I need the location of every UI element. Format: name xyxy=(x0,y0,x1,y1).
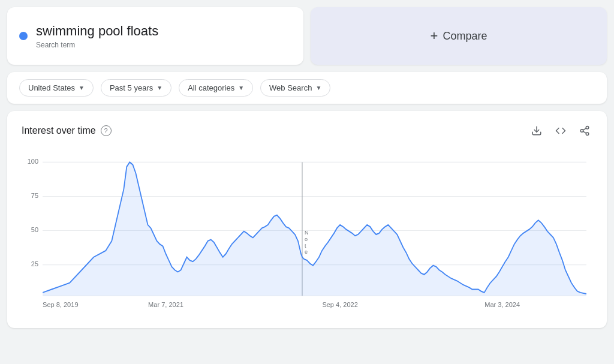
x-label-mar2021: Mar 7, 2021 xyxy=(148,300,183,308)
filter-region-label: United States xyxy=(28,83,75,92)
chevron-down-icon: ▼ xyxy=(238,85,244,91)
interest-over-time-chart: 100 75 50 25 N o t e xyxy=(22,151,592,318)
filter-search-type-label: Web Search xyxy=(269,83,312,92)
share-button[interactable] xyxy=(577,123,592,139)
filter-category-label: All categories xyxy=(188,83,234,92)
search-term-card: swimming pool floats Search term xyxy=(7,7,303,65)
search-term-sublabel: Search term xyxy=(36,41,158,49)
share-icon xyxy=(579,125,590,136)
chart-card: Interest over time ? xyxy=(7,111,607,328)
chart-header: Interest over time ? xyxy=(22,123,592,139)
chevron-down-icon: ▼ xyxy=(156,85,162,91)
download-button[interactable] xyxy=(529,123,544,139)
filter-time-label: Past 5 years xyxy=(110,83,153,92)
download-icon xyxy=(531,125,542,136)
svg-line-5 xyxy=(583,128,586,130)
search-term-label: swimming pool floats xyxy=(36,23,158,40)
embed-icon xyxy=(555,125,566,136)
filter-search-type[interactable]: Web Search ▼ xyxy=(260,79,330,97)
help-icon[interactable]: ? xyxy=(101,125,112,136)
embed-button[interactable] xyxy=(553,123,568,139)
chevron-down-icon: ▼ xyxy=(315,85,321,91)
filters-bar: United States ▼ Past 5 years ▼ All categ… xyxy=(7,72,607,104)
filter-time[interactable]: Past 5 years ▼ xyxy=(101,79,171,97)
chart-container: 100 75 50 25 N o t e xyxy=(22,151,592,318)
y-label-100: 100 xyxy=(28,157,38,164)
chart-title-group: Interest over time ? xyxy=(22,125,112,136)
y-label-75: 75 xyxy=(31,191,38,198)
svg-text:t: t xyxy=(305,242,306,248)
filter-category[interactable]: All categories ▼ xyxy=(179,79,253,97)
x-label-mar2024: Mar 3, 2024 xyxy=(484,300,520,308)
y-label-25: 25 xyxy=(31,260,38,267)
chart-title: Interest over time xyxy=(22,125,96,136)
chart-actions xyxy=(529,123,592,139)
x-label-sep2019: Sep 8, 2019 xyxy=(43,300,78,308)
help-text: ? xyxy=(104,127,108,134)
svg-text:e: e xyxy=(305,249,308,255)
note-text: N xyxy=(305,230,309,236)
filter-region[interactable]: United States ▼ xyxy=(19,79,94,97)
top-section: swimming pool floats Search term + Compa… xyxy=(7,7,607,65)
search-term-dot xyxy=(19,32,28,40)
svg-line-4 xyxy=(583,131,586,133)
svg-text:o: o xyxy=(305,236,308,242)
x-label-sep2022: Sep 4, 2022 xyxy=(322,300,357,308)
compare-label: Compare xyxy=(443,30,487,43)
search-term-text: swimming pool floats Search term xyxy=(36,23,158,50)
y-label-50: 50 xyxy=(31,225,38,233)
chevron-down-icon: ▼ xyxy=(79,85,85,91)
compare-plus-icon: + xyxy=(431,28,438,44)
compare-card[interactable]: + Compare xyxy=(311,7,607,65)
